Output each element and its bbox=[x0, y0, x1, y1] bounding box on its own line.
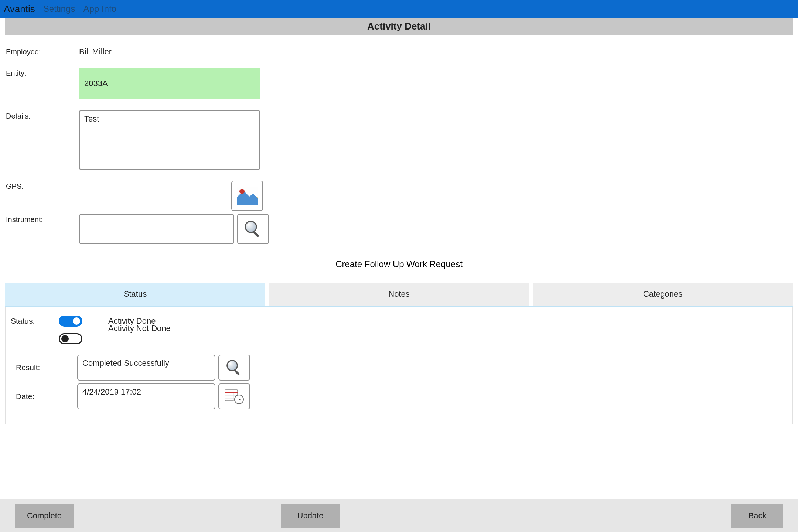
entity-label: Entity: bbox=[5, 68, 79, 78]
entity-value: 2033A bbox=[84, 79, 108, 88]
tabs: Status Notes Categories bbox=[5, 283, 793, 307]
toggle-knob bbox=[61, 335, 69, 342]
details-field[interactable]: Test bbox=[79, 110, 260, 170]
entity-field[interactable]: 2033A bbox=[79, 68, 260, 99]
details-label: Details: bbox=[5, 110, 79, 120]
status-label: Status: bbox=[11, 317, 51, 325]
app-title: Avantis bbox=[4, 3, 35, 15]
result-search-button[interactable] bbox=[218, 355, 250, 381]
tab-categories[interactable]: Categories bbox=[533, 283, 793, 306]
toggle-activity-not-done[interactable] bbox=[59, 333, 82, 344]
svg-point-3 bbox=[239, 189, 245, 194]
date-value: 4/24/2019 17:02 bbox=[82, 387, 141, 396]
details-value: Test bbox=[84, 114, 99, 123]
status-panel: Status: Activity Done Activity Not Done … bbox=[5, 307, 793, 424]
tab-status[interactable]: Status bbox=[5, 283, 265, 306]
menu-appinfo[interactable]: App Info bbox=[83, 4, 116, 14]
toggle-knob bbox=[73, 317, 80, 325]
instrument-field[interactable] bbox=[79, 214, 234, 244]
svg-rect-7 bbox=[234, 370, 240, 376]
svg-point-6 bbox=[227, 361, 238, 371]
result-field[interactable]: Completed Successfully bbox=[77, 355, 215, 381]
date-label: Date: bbox=[11, 392, 77, 401]
titlebar: Avantis Settings App Info bbox=[0, 0, 798, 18]
calendar-clock-icon bbox=[224, 388, 244, 405]
instrument-label: Instrument: bbox=[5, 214, 79, 224]
svg-point-4 bbox=[245, 221, 256, 232]
toggle-activity-done[interactable] bbox=[59, 316, 82, 327]
map-icon bbox=[237, 187, 258, 205]
complete-button[interactable]: Complete bbox=[15, 504, 74, 528]
result-value: Completed Successfully bbox=[82, 358, 169, 368]
form: Employee: Bill Miller Entity: 2033A Deta… bbox=[5, 35, 793, 278]
footer: Complete Update Back bbox=[0, 499, 798, 532]
gps-label: GPS: bbox=[5, 181, 79, 191]
date-picker-button[interactable] bbox=[218, 383, 250, 409]
menu-settings[interactable]: Settings bbox=[43, 4, 75, 14]
svg-rect-5 bbox=[253, 231, 259, 238]
update-button[interactable]: Update bbox=[281, 504, 340, 528]
magnifier-icon bbox=[225, 359, 243, 376]
activity-notdone-text: Activity Not Done bbox=[108, 324, 171, 333]
magnifier-icon bbox=[243, 219, 263, 239]
tab-notes[interactable]: Notes bbox=[269, 283, 529, 306]
result-label: Result: bbox=[11, 363, 77, 372]
date-field[interactable]: 4/24/2019 17:02 bbox=[77, 383, 215, 409]
employee-value: Bill Miller bbox=[79, 46, 112, 57]
page-title: Activity Detail bbox=[5, 18, 793, 35]
create-followup-button[interactable]: Create Follow Up Work Request bbox=[275, 250, 523, 278]
employee-label: Employee: bbox=[5, 46, 79, 56]
gps-map-button[interactable] bbox=[231, 181, 263, 211]
instrument-search-button[interactable] bbox=[237, 214, 269, 244]
back-button[interactable]: Back bbox=[732, 504, 783, 528]
